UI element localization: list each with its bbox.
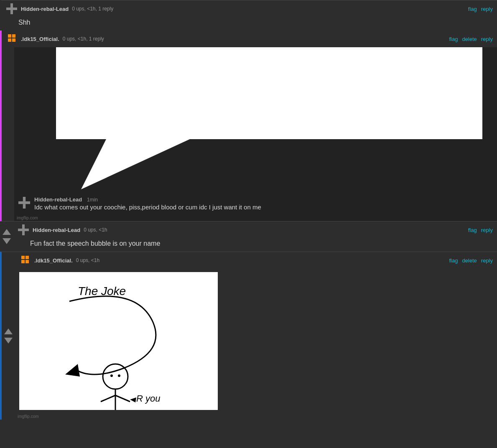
meme-inner-text: Idc what comes out your coochie, piss,pe… [34, 203, 261, 211]
meme-inner-time: 1min [87, 197, 98, 203]
vote-col-c4 [2, 252, 15, 420]
svg-rect-6 [8, 38, 11, 42]
flag-c3[interactable]: flag [468, 227, 477, 233]
svg-point-26 [110, 374, 113, 377]
svg-text:The Joke: The Joke [78, 285, 126, 298]
upvote-c4[interactable] [4, 328, 13, 334]
speech-bubble-svg [14, 47, 482, 189]
svg-rect-2 [10, 10, 13, 14]
actions-c2: flag delete reply [449, 36, 493, 42]
content-c3: Hidden-rebal-Lead 0 ups, <1h flag reply … [13, 221, 497, 252]
comment-4: .ldk15_Official. 0 ups, <1h flag delete … [0, 252, 497, 420]
actions-c3: flag reply [468, 227, 493, 233]
meta-c1: 0 ups, <1h, 1 reply [72, 6, 113, 12]
svg-rect-19 [25, 256, 29, 259]
meme-inner-comment: Hidden-rebal-Lead 1min Idc what comes ou… [14, 193, 497, 215]
body-c3: Fun fact the speech bubble is on your na… [13, 238, 497, 252]
meta-c2: 0 ups, <1h, 1 reply [63, 36, 104, 42]
delete-c4[interactable]: delete [462, 257, 477, 264]
svg-rect-16 [22, 231, 25, 235]
reply-c3[interactable]: reply [481, 227, 493, 233]
svg-rect-12 [23, 204, 25, 209]
meta-c3: 0 ups, <1h [84, 227, 107, 233]
meta-c4: 0 ups, <1h [76, 257, 99, 263]
watermark-c2: imgflip.com [14, 215, 497, 221]
svg-rect-10 [23, 197, 25, 201]
svg-rect-13 [23, 201, 25, 204]
username-c2[interactable]: .ldk15_Official. [21, 36, 59, 42]
delete-c2[interactable]: delete [462, 36, 477, 42]
meme-inner-header: Hidden-rebal-Lead 1min [34, 196, 261, 203]
body-c1: Shh [2, 17, 497, 31]
flag-c4[interactable]: flag [449, 257, 458, 264]
svg-rect-5 [12, 34, 15, 38]
svg-rect-18 [21, 256, 25, 259]
meme-container-c2: Hidden-rebal-Lead 1min Idc what comes ou… [14, 47, 497, 221]
upvote-c3[interactable] [3, 229, 11, 235]
reply-c4[interactable]: reply [481, 257, 493, 264]
comment-3-header: Hidden-rebal-Lead 0 ups, <1h flag reply [13, 221, 497, 238]
svg-rect-0 [10, 3, 13, 8]
svg-rect-17 [22, 229, 25, 231]
actions-c4: flag delete reply [449, 257, 493, 264]
joke-image-container: The Joke R y [15, 272, 497, 420]
meme-inner-username: Hidden-rebal-Lead [34, 196, 82, 203]
comment-3: Hidden-rebal-Lead 0 ups, <1h flag reply … [0, 221, 497, 252]
watermark-c4: imgflip.com [15, 413, 497, 420]
comment-2: .ldk15_Official. 0 ups, <1h, 1 reply fla… [0, 31, 497, 221]
user-icon-meme-inner [18, 197, 30, 209]
username-c4[interactable]: .ldk15_Official. [34, 257, 73, 264]
comment-2-left: .ldk15_Official. 0 ups, <1h, 1 reply [6, 33, 104, 45]
svg-point-27 [118, 374, 120, 377]
user-icon-hidden-rebal-1 [6, 3, 18, 15]
svg-text:R you: R you [136, 393, 160, 404]
meme-inner-content: Hidden-rebal-Lead 1min Idc what comes ou… [34, 196, 261, 211]
svg-rect-4 [8, 34, 11, 38]
content-c4: .ldk15_Official. 0 ups, <1h flag delete … [15, 252, 497, 420]
svg-rect-7 [12, 38, 15, 42]
user-icon-hidden-rebal-3 [18, 224, 29, 236]
reply-c1[interactable]: reply [481, 6, 493, 12]
flag-c1[interactable]: flag [468, 6, 477, 12]
comment-4-left: .ldk15_Official. 0 ups, <1h [19, 255, 99, 266]
vote-col-c3 [0, 221, 13, 252]
svg-rect-14 [22, 224, 25, 229]
joke-svg: The Joke R y [19, 272, 218, 410]
svg-rect-20 [21, 260, 25, 263]
downvote-c3[interactable] [3, 238, 11, 244]
speech-meme: Hidden-rebal-Lead 1min Idc what comes ou… [14, 47, 497, 221]
comment-4-header: .ldk15_Official. 0 ups, <1h flag delete … [15, 252, 497, 269]
actions-c1: flag reply [468, 6, 493, 12]
downvote-c4[interactable] [4, 338, 13, 344]
user-icon-ldk15-1 [6, 33, 18, 45]
comment-1-header: Hidden-rebal-Lead 0 ups, <1h, 1 reply fl… [2, 0, 497, 17]
comment-1-left: Hidden-rebal-Lead 0 ups, <1h, 1 reply [6, 3, 113, 15]
flag-c2[interactable]: flag [449, 36, 458, 42]
user-icon-ldk15-4 [19, 255, 31, 266]
username-c1[interactable]: Hidden-rebal-Lead [21, 6, 69, 12]
comment-2-header: .ldk15_Official. 0 ups, <1h, 1 reply fla… [2, 31, 497, 47]
comment-3-left: Hidden-rebal-Lead 0 ups, <1h [18, 224, 107, 236]
reply-c2[interactable]: reply [481, 36, 493, 42]
svg-rect-21 [25, 260, 29, 263]
comment-1: Hidden-rebal-Lead 0 ups, <1h, 1 reply fl… [0, 0, 497, 31]
username-c3[interactable]: Hidden-rebal-Lead [33, 227, 80, 233]
svg-rect-3 [10, 8, 13, 10]
